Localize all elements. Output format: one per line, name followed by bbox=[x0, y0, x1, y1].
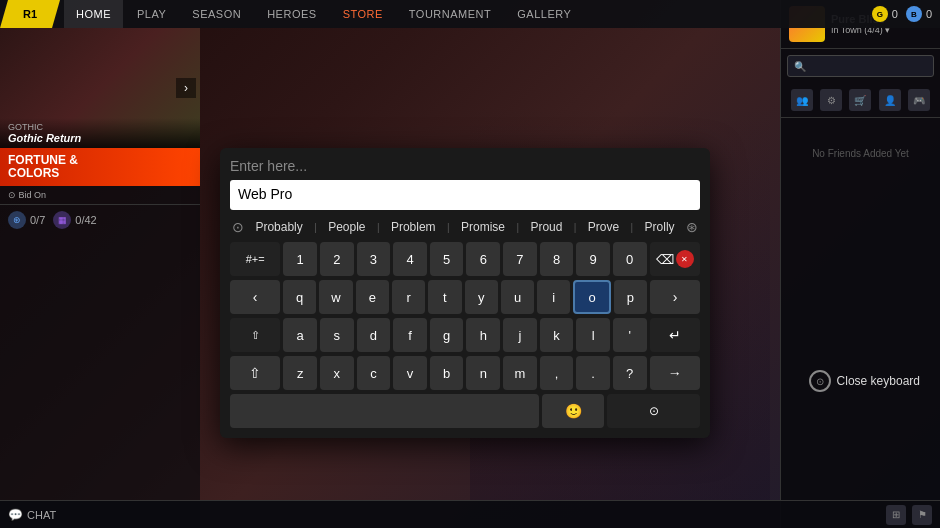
nav-item-heroes[interactable]: HEROES bbox=[255, 0, 328, 28]
key-z[interactable]: z bbox=[283, 356, 317, 390]
sidebar-icon-settings[interactable]: ⚙ bbox=[820, 89, 842, 111]
key-v[interactable]: v bbox=[393, 356, 427, 390]
key-t[interactable]: t bbox=[428, 280, 461, 314]
key-question[interactable]: ? bbox=[613, 356, 647, 390]
key-f[interactable]: f bbox=[393, 318, 427, 352]
key-e[interactable]: e bbox=[356, 280, 389, 314]
key-u[interactable]: u bbox=[501, 280, 534, 314]
suggestion-problem[interactable]: Problem bbox=[385, 218, 442, 236]
key-j[interactable]: j bbox=[503, 318, 537, 352]
backspace-icon: ⌫ bbox=[656, 252, 674, 267]
nav-item-home[interactable]: HOME bbox=[64, 0, 123, 28]
calendar-icon: ▦ bbox=[53, 211, 71, 229]
key-comma[interactable]: , bbox=[540, 356, 574, 390]
key-row-3: ⇧ z x c v b n m , . ? → bbox=[230, 356, 700, 390]
key-prev[interactable]: ‹ bbox=[230, 280, 280, 314]
fortune-banner[interactable]: FORTUNE & COLORS bbox=[0, 148, 200, 186]
key-5[interactable]: 5 bbox=[430, 242, 464, 276]
key-1[interactable]: 1 bbox=[283, 242, 317, 276]
key-h[interactable]: h bbox=[466, 318, 500, 352]
nav-item-gallery[interactable]: GALLERY bbox=[505, 0, 583, 28]
key-backspace[interactable]: ⌫ ✕ bbox=[650, 242, 700, 276]
search-bar[interactable]: 🔍 bbox=[787, 55, 934, 77]
key-row-numbers: #+= 1 2 3 4 5 6 7 8 9 0 ⌫ ✕ bbox=[230, 242, 700, 276]
suggestion-people[interactable]: People bbox=[322, 218, 371, 236]
nav-item-play[interactable]: PLAY bbox=[125, 0, 178, 28]
key-r[interactable]: r bbox=[392, 280, 425, 314]
nav-item-store[interactable]: STORE bbox=[331, 0, 395, 28]
key-k[interactable]: k bbox=[540, 318, 574, 352]
key-y[interactable]: y bbox=[465, 280, 498, 314]
key-close[interactable]: ✕ bbox=[676, 250, 694, 268]
key-apostrophe[interactable]: ' bbox=[613, 318, 647, 352]
key-emoji[interactable]: 🙂 bbox=[542, 394, 604, 428]
sidebar-icon-friends[interactable]: 👥 bbox=[791, 89, 813, 111]
sidebar-icon-person[interactable]: 👤 bbox=[879, 89, 901, 111]
divider3: | bbox=[447, 222, 450, 233]
chat-button[interactable]: 💬 CHAT bbox=[8, 508, 56, 522]
counter-weekly-value: 0/42 bbox=[75, 214, 96, 226]
blue-currency-icon: B bbox=[906, 6, 922, 22]
key-options[interactable]: ⊙ bbox=[607, 394, 700, 428]
key-l[interactable]: l bbox=[576, 318, 610, 352]
key-g[interactable]: g bbox=[430, 318, 464, 352]
key-symbols[interactable]: #+= bbox=[230, 242, 280, 276]
key-i[interactable]: i bbox=[537, 280, 570, 314]
key-shift[interactable]: ⇧ bbox=[230, 356, 280, 390]
sidebar-icon-shop[interactable]: 🛒 bbox=[849, 89, 871, 111]
hero-card[interactable]: Gothic Gothic Return › bbox=[0, 28, 200, 148]
keyboard-overlay: Enter here... Web Pro ⊙ Probably | Peopl… bbox=[220, 148, 710, 438]
key-4[interactable]: 4 bbox=[393, 242, 427, 276]
divider2: | bbox=[377, 222, 380, 233]
suggestion-proud[interactable]: Proud bbox=[524, 218, 568, 236]
key-9[interactable]: 9 bbox=[576, 242, 610, 276]
key-3[interactable]: 3 bbox=[357, 242, 391, 276]
suggestion-promise[interactable]: Promise bbox=[455, 218, 511, 236]
key-7[interactable]: 7 bbox=[503, 242, 537, 276]
key-enter[interactable]: ↵ bbox=[650, 318, 700, 352]
keyboard-input[interactable]: Web Pro bbox=[230, 180, 700, 210]
suggestion-prolly[interactable]: Prolly bbox=[639, 218, 681, 236]
bottom-bar: 💬 CHAT ⊞ ⚑ bbox=[0, 500, 940, 528]
key-c[interactable]: c bbox=[357, 356, 391, 390]
nav-item-tournament[interactable]: TOURNAMENT bbox=[397, 0, 503, 28]
key-6[interactable]: 6 bbox=[466, 242, 500, 276]
key-d[interactable]: d bbox=[357, 318, 391, 352]
suggestion-probably[interactable]: Probably bbox=[249, 218, 308, 236]
divider4: | bbox=[516, 222, 519, 233]
key-next[interactable]: › bbox=[650, 280, 700, 314]
suggestion-prove[interactable]: Prove bbox=[582, 218, 625, 236]
key-arrow-right[interactable]: → bbox=[650, 356, 700, 390]
sidebar-icon-gamepad[interactable]: 🎮 bbox=[908, 89, 930, 111]
key-a[interactable]: a bbox=[283, 318, 317, 352]
shield-icon: ⊛ bbox=[8, 211, 26, 229]
game-logo[interactable]: R1 bbox=[0, 0, 60, 28]
key-x[interactable]: x bbox=[320, 356, 354, 390]
nav-item-season[interactable]: SEASON bbox=[180, 0, 253, 28]
counter-daily: ⊛ 0/7 bbox=[8, 211, 45, 229]
key-row-2: ⇧ a s d f g h j k l ' ↵ bbox=[230, 318, 700, 352]
hero-next-arrow[interactable]: › bbox=[176, 78, 196, 98]
bottom-icon-2[interactable]: ⚑ bbox=[912, 505, 932, 525]
bottom-icon-1[interactable]: ⊞ bbox=[886, 505, 906, 525]
divider5: | bbox=[574, 222, 577, 233]
key-shift-left[interactable]: ⇧ bbox=[230, 318, 280, 352]
key-2[interactable]: 2 bbox=[320, 242, 354, 276]
key-s[interactable]: s bbox=[320, 318, 354, 352]
key-m[interactable]: m bbox=[503, 356, 537, 390]
gold-amount: 0 bbox=[892, 8, 898, 20]
key-space[interactable] bbox=[230, 394, 539, 428]
key-n[interactable]: n bbox=[466, 356, 500, 390]
key-b[interactable]: b bbox=[430, 356, 464, 390]
sidebar-right: Pure Bliss In Town (4/4) ▾ 🔍 👥 ⚙ 🛒 👤 🎮 N… bbox=[780, 0, 940, 528]
key-period[interactable]: . bbox=[576, 356, 610, 390]
key-q[interactable]: q bbox=[283, 280, 316, 314]
key-p[interactable]: p bbox=[614, 280, 647, 314]
key-0[interactable]: 0 bbox=[613, 242, 647, 276]
counter-daily-value: 0/7 bbox=[30, 214, 45, 226]
currency-gold: G 0 bbox=[872, 6, 898, 22]
close-keyboard-button[interactable]: ⊙ Close keyboard bbox=[809, 370, 920, 392]
key-o[interactable]: o bbox=[573, 280, 610, 314]
key-8[interactable]: 8 bbox=[540, 242, 574, 276]
key-w[interactable]: w bbox=[319, 280, 352, 314]
